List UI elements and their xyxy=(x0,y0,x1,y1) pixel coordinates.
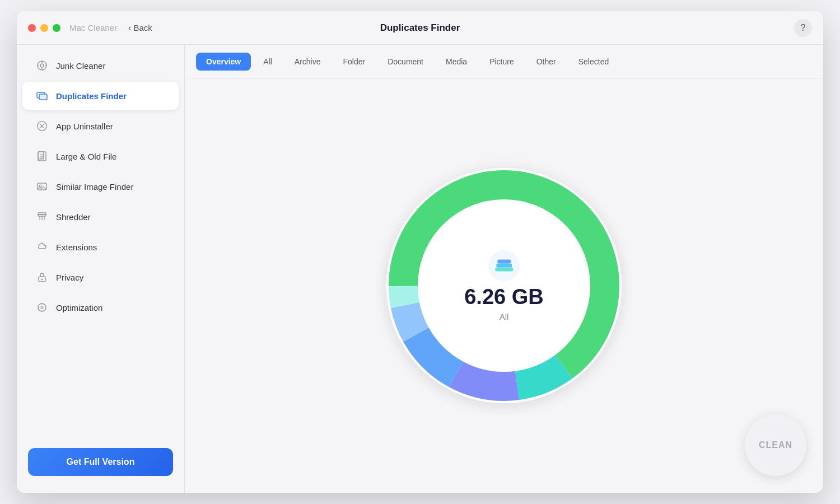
tab-all[interactable]: All xyxy=(253,53,282,71)
svg-rect-41 xyxy=(497,260,511,264)
privacy-icon xyxy=(36,271,48,283)
tab-folder[interactable]: Folder xyxy=(333,53,376,71)
sidebar-item-app-uninstaller[interactable]: App Uninstaller xyxy=(22,112,179,140)
back-chevron-icon: ‹ xyxy=(128,23,131,33)
svg-rect-39 xyxy=(495,268,513,272)
svg-point-17 xyxy=(39,185,41,187)
svg-point-22 xyxy=(38,304,46,311)
content-area: Overview All Archive Folder Document Med… xyxy=(185,45,823,493)
back-label: Back xyxy=(133,23,152,32)
sidebar-item-large-old-file[interactable]: Large & Old File xyxy=(22,142,179,170)
svg-rect-7 xyxy=(39,94,47,100)
sidebar-item-label-junk-cleaner: Junk Cleaner xyxy=(56,61,105,71)
maximize-button[interactable] xyxy=(53,24,60,32)
svg-point-23 xyxy=(41,306,43,309)
sidebar-item-label-large-old-file: Large & Old File xyxy=(56,152,116,161)
titlebar: Mac Cleaner ‹ Back Duplicates Finder ? xyxy=(17,11,823,45)
tab-media[interactable]: Media xyxy=(436,53,477,71)
tab-document[interactable]: Document xyxy=(377,53,433,71)
tab-picture[interactable]: Picture xyxy=(479,53,524,71)
svg-rect-19 xyxy=(38,213,46,214)
help-button[interactable]: ? xyxy=(794,19,812,37)
chart-area: 6.26 GB All CLEAN xyxy=(185,78,823,493)
sidebar-item-privacy[interactable]: Privacy xyxy=(22,263,179,291)
minimize-button[interactable] xyxy=(40,24,48,32)
svg-point-1 xyxy=(40,64,44,67)
sidebar-item-junk-cleaner[interactable]: Junk Cleaner xyxy=(22,52,179,80)
shredder-icon xyxy=(36,211,48,223)
sidebar-item-label-extensions: Extensions xyxy=(56,242,97,252)
app-uninstaller-icon xyxy=(36,120,48,132)
chart-size: 6.26 GB xyxy=(464,286,544,307)
svg-point-21 xyxy=(41,279,43,281)
large-old-file-icon xyxy=(36,150,48,162)
close-button[interactable] xyxy=(28,24,36,32)
duplicates-center-icon xyxy=(488,250,520,282)
optimization-icon xyxy=(36,301,48,314)
get-full-version-button[interactable]: Get Full Version xyxy=(28,448,173,476)
clean-button-label: CLEAN xyxy=(759,440,792,450)
back-button[interactable]: ‹ Back xyxy=(128,23,152,33)
chart-label: All xyxy=(500,312,509,321)
tab-selected[interactable]: Selected xyxy=(568,53,619,71)
donut-center: 6.26 GB All xyxy=(464,250,544,321)
junk-cleaner-icon xyxy=(36,59,48,72)
main-layout: Junk Cleaner Duplicates Finder xyxy=(17,45,823,493)
sidebar: Junk Cleaner Duplicates Finder xyxy=(17,45,185,493)
tab-other[interactable]: Other xyxy=(526,53,566,71)
tab-archive[interactable]: Archive xyxy=(284,53,331,71)
donut-chart: 6.26 GB All xyxy=(375,157,633,414)
sidebar-spacer xyxy=(17,323,184,442)
sidebar-item-similar-image-finder[interactable]: Similar Image Finder xyxy=(22,172,179,200)
tab-overview[interactable]: Overview xyxy=(196,53,251,71)
sidebar-item-label-similar-image-finder: Similar Image Finder xyxy=(56,182,133,192)
extensions-icon xyxy=(36,241,48,253)
similar-image-finder-icon xyxy=(36,180,48,193)
svg-rect-40 xyxy=(496,264,512,268)
page-title: Duplicates Finder xyxy=(380,22,460,34)
duplicates-finder-icon xyxy=(36,90,48,102)
app-window: Mac Cleaner ‹ Back Duplicates Finder ? xyxy=(17,11,823,493)
sidebar-item-optimization[interactable]: Optimization xyxy=(22,293,179,321)
sidebar-item-label-app-uninstaller: App Uninstaller xyxy=(56,122,113,131)
clean-button[interactable]: CLEAN xyxy=(745,414,806,476)
traffic-lights xyxy=(28,24,60,32)
tab-bar: Overview All Archive Folder Document Med… xyxy=(185,45,823,78)
sidebar-item-label-shredder: Shredder xyxy=(56,212,91,222)
sidebar-item-duplicates-finder[interactable]: Duplicates Finder xyxy=(22,82,179,110)
app-name: Mac Cleaner xyxy=(69,23,117,32)
sidebar-item-label-optimization: Optimization xyxy=(56,303,102,312)
sidebar-item-extensions[interactable]: Extensions xyxy=(22,233,179,261)
sidebar-item-label-privacy: Privacy xyxy=(56,273,83,282)
sidebar-item-shredder[interactable]: Shredder xyxy=(22,203,179,231)
sidebar-item-label-duplicates-finder: Duplicates Finder xyxy=(56,91,127,101)
